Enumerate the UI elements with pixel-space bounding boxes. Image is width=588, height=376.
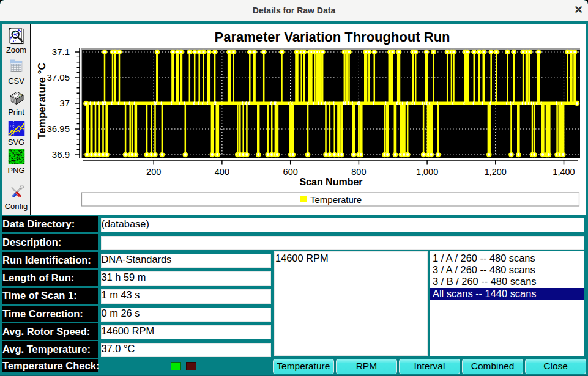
svg-text:Temperature °C: Temperature °C xyxy=(36,62,48,139)
svg-text:600: 600 xyxy=(283,167,298,177)
svg-text:1,200: 1,200 xyxy=(485,167,507,177)
svg-text:36.95: 36.95 xyxy=(47,123,70,134)
svg-text:37: 37 xyxy=(59,98,70,108)
svg-text:800: 800 xyxy=(351,167,366,177)
svg-text:400: 400 xyxy=(215,167,229,177)
svg-text:200: 200 xyxy=(146,167,161,177)
svg-text:Scan Number: Scan Number xyxy=(299,177,362,187)
svg-text:Parameter Variation Throughout: Parameter Variation Throughout Run xyxy=(214,29,450,45)
svg-text:36.9: 36.9 xyxy=(52,149,70,160)
svg-text:37.05: 37.05 xyxy=(47,72,70,83)
svg-text:1,400: 1,400 xyxy=(553,167,575,177)
svg-text:37.1: 37.1 xyxy=(52,46,70,57)
svg-text:Temperature: Temperature xyxy=(310,194,362,205)
svg-text:1,000: 1,000 xyxy=(416,167,438,177)
